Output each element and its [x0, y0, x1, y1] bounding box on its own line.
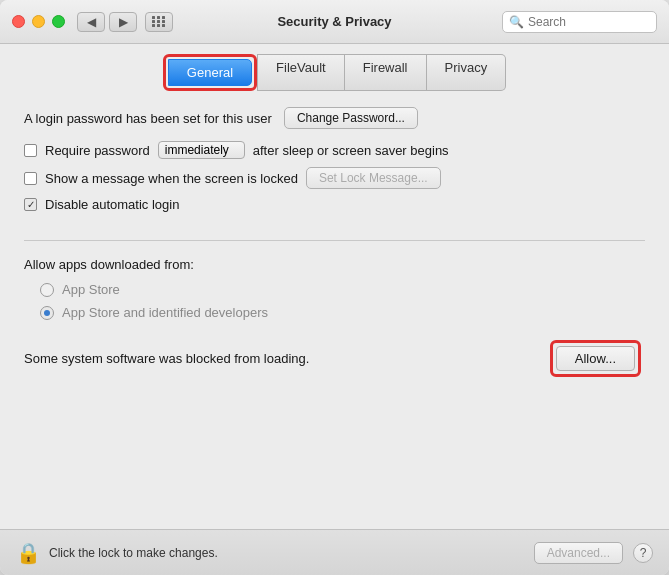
blocked-text: Some system software was blocked from lo…	[24, 351, 309, 366]
tab-firewall[interactable]: Firewall	[345, 54, 427, 91]
radio-developers-label: App Store and identified developers	[62, 305, 268, 320]
show-message-row: Show a message when the screen is locked…	[24, 167, 645, 189]
search-icon: 🔍	[509, 15, 524, 29]
footer-right: Advanced... ?	[534, 542, 653, 564]
allow-apps-label: Allow apps downloaded from:	[24, 257, 645, 272]
tabs-bar: General FileVault Firewall Privacy	[0, 44, 669, 91]
titlebar: ◀ ▶ Security & Privacy 🔍	[0, 0, 669, 44]
radio-app-store-label: App Store	[62, 282, 120, 297]
radio-app-store[interactable]	[40, 283, 54, 297]
lock-icon: 🔒	[16, 541, 41, 565]
window-title: Security & Privacy	[277, 14, 391, 29]
radio-developers-row: App Store and identified developers	[40, 305, 645, 320]
require-password-label: Require password	[45, 143, 150, 158]
back-icon: ◀	[87, 15, 96, 29]
disable-autologin-row: Disable automatic login	[24, 197, 645, 212]
help-button[interactable]: ?	[633, 543, 653, 563]
disable-autologin-label: Disable automatic login	[45, 197, 179, 212]
back-button[interactable]: ◀	[77, 12, 105, 32]
show-message-label: Show a message when the screen is locked	[45, 171, 298, 186]
blocked-software-row: Some system software was blocked from lo…	[24, 340, 645, 377]
minimize-button[interactable]	[32, 15, 45, 28]
nav-buttons: ◀ ▶	[77, 12, 137, 32]
grid-button[interactable]	[145, 12, 173, 32]
radio-app-store-row: App Store	[40, 282, 645, 297]
require-password-suffix: after sleep or screen saver begins	[253, 143, 449, 158]
tab-privacy[interactable]: Privacy	[427, 54, 507, 91]
require-password-checkbox[interactable]	[24, 144, 37, 157]
allow-button[interactable]: Allow...	[556, 346, 635, 371]
grid-icon	[152, 16, 166, 27]
footer: 🔒 Click the lock to make changes. Advanc…	[0, 529, 669, 575]
allow-button-highlight: Allow...	[550, 340, 641, 377]
password-timing-select[interactable]: immediately	[158, 141, 245, 159]
advanced-button[interactable]: Advanced...	[534, 542, 623, 564]
lock-text: Click the lock to make changes.	[49, 546, 218, 560]
forward-button[interactable]: ▶	[109, 12, 137, 32]
forward-icon: ▶	[119, 15, 128, 29]
show-message-checkbox[interactable]	[24, 172, 37, 185]
change-password-button[interactable]: Change Password...	[284, 107, 418, 129]
traffic-lights	[12, 15, 65, 28]
radio-app-store-developers[interactable]	[40, 306, 54, 320]
close-button[interactable]	[12, 15, 25, 28]
disable-autologin-checkbox[interactable]	[24, 198, 37, 211]
search-input[interactable]	[528, 15, 650, 29]
search-box[interactable]: 🔍	[502, 11, 657, 33]
divider	[24, 240, 645, 241]
login-password-section: A login password has been set for this u…	[24, 107, 645, 129]
login-password-text: A login password has been set for this u…	[24, 111, 272, 126]
lock-area[interactable]: 🔒 Click the lock to make changes.	[16, 541, 218, 565]
tab-filevault[interactable]: FileVault	[257, 54, 345, 91]
content-area: A login password has been set for this u…	[0, 91, 669, 529]
tab-general[interactable]: General	[168, 59, 252, 86]
main-window: ◀ ▶ Security & Privacy 🔍 General FileVau…	[0, 0, 669, 575]
maximize-button[interactable]	[52, 15, 65, 28]
general-tab-highlight: General	[163, 54, 257, 91]
require-password-row: Require password immediately after sleep…	[24, 141, 645, 159]
set-lock-message-button[interactable]: Set Lock Message...	[306, 167, 441, 189]
